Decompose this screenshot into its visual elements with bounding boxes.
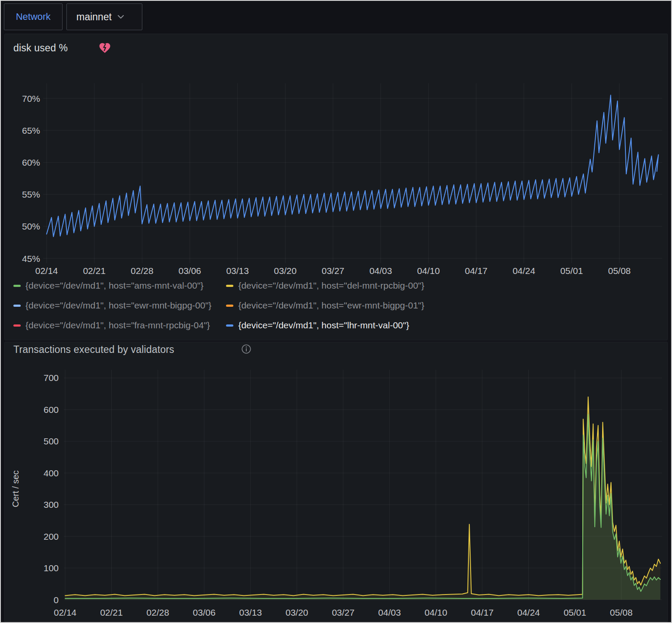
y-tick-label: 50% [22,221,40,231]
y-tick-label: 500 [44,436,59,446]
x-tick-label: 04/17 [465,266,488,276]
transactions-chart[interactable]: 010020030040050060070002/1402/2102/2803/… [5,342,667,622]
network-variable-dropdown[interactable]: mainnet [66,3,142,30]
x-tick-label: 03/27 [332,607,355,617]
disk-used-chart[interactable]: 45%50%55%60%65%70%02/1402/2102/2803/0603… [5,34,667,278]
x-tick-label: 03/06 [179,266,201,276]
legend-color-chip [13,305,21,307]
legend-color-chip [226,285,233,287]
x-tick-label: 05/08 [608,266,631,276]
disk-chart-legend: {device="/dev/md1", host="ams-mnt-val-00… [13,280,660,331]
network-value-text: mainnet [76,11,112,23]
y-tick-label: 60% [22,157,40,167]
legend-color-chip [226,305,233,307]
series-fill [65,414,660,600]
legend-item[interactable]: {device="/dev/md1", host="ewr-mnt-bigpg-… [226,300,424,311]
y-tick-label: 300 [44,500,59,510]
y-tick-label: 0 [53,595,59,605]
legend-item[interactable]: {device="/dev/md1", host="ewr-mnt-bigpg-… [13,300,211,311]
series-line [65,414,660,598]
legend-item[interactable]: {device="/dev/md1", host="fra-mnt-rpcbig… [13,320,211,331]
x-tick-label: 04/10 [417,266,440,276]
y-tick-label: 70% [22,94,40,104]
transactions-panel: Transactions executed by validators 0100… [4,342,668,622]
dashboard-variable-bar: Network mainnet [0,0,672,34]
y-tick-label: 700 [44,373,59,383]
y-tick-label: 55% [22,189,40,199]
x-tick-label: 02/28 [131,266,154,276]
x-tick-label: 04/10 [424,607,447,617]
x-tick-label: 02/14 [54,607,77,617]
x-tick-label: 03/20 [286,607,308,617]
legend-color-chip [226,324,233,327]
x-tick-label: 02/28 [147,607,170,617]
x-tick-label: 03/06 [193,607,216,617]
x-tick-label: 04/17 [471,607,494,617]
legend-color-chip [13,324,21,327]
gridlines [43,83,662,263]
series-line [47,95,659,237]
series-line [65,397,660,596]
legend-item[interactable]: {device="/dev/md1", host="del-mnt-rpcbig… [226,280,424,291]
x-tick-label: 03/27 [322,266,345,276]
legend-item[interactable]: {device="/dev/md1", host="lhr-mnt-val-00… [226,320,424,331]
y-tick-label: 45% [22,254,40,264]
axis-labels: 45%50%55%60%65%70%02/1402/2102/2803/0603… [22,94,631,276]
x-tick-label: 04/03 [378,607,401,617]
y-tick-label: 600 [44,405,59,415]
chevron-down-icon [118,15,124,19]
legend-item[interactable]: {device="/dev/md1", host="ams-mnt-val-00… [13,280,211,291]
y-tick-label: 200 [44,532,59,541]
x-tick-label: 03/20 [274,266,297,276]
x-tick-label: 04/24 [512,266,535,276]
legend-label: {device="/dev/md1", host="ams-mnt-val-00… [25,280,204,291]
legend-label: {device="/dev/md1", host="ewr-mnt-bigpg-… [25,300,211,311]
network-variable-label: Network [4,3,63,30]
x-tick-label: 04/24 [517,607,540,617]
legend-label: {device="/dev/md1", host="ewr-mnt-bigpg-… [238,300,424,311]
x-tick-label: 03/13 [239,607,262,617]
x-tick-label: 03/13 [226,266,249,276]
x-tick-label: 02/21 [83,266,106,276]
x-tick-label: 02/21 [100,607,123,617]
y-tick-label: 400 [44,468,59,478]
x-tick-label: 05/01 [564,607,587,617]
y-axis-title: Cert / sec [11,470,20,507]
x-tick-label: 05/08 [610,607,633,617]
x-tick-label: 02/14 [35,266,58,276]
legend-color-chip [13,285,21,287]
x-tick-label: 04/03 [369,266,392,276]
y-tick-label: 65% [22,126,40,135]
legend-label: {device="/dev/md1", host="fra-mnt-rpcbig… [25,320,210,331]
series-fill [65,397,660,600]
network-label-text: Network [16,11,51,22]
legend-label: {device="/dev/md1", host="lhr-mnt-val-00… [238,320,409,331]
gridlines [64,370,662,600]
y-tick-label: 100 [44,563,59,573]
legend-label: {device="/dev/md1", host="del-mnt-rpcbig… [238,280,424,291]
x-tick-label: 05/01 [560,266,583,276]
disk-used-panel: disk used % 45%50%55%60%65%70%02/1402/21… [4,34,668,340]
